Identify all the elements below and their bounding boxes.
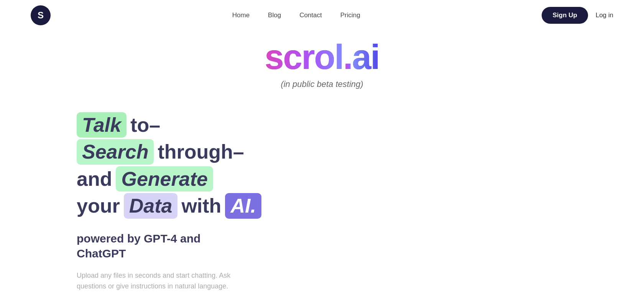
headline-line4-middle: with [181,194,221,218]
highlight-generate: Generate [116,166,213,192]
headline-line4-prefix: your [77,194,120,218]
headline-line3-prefix: and [77,167,112,191]
brand-name-right: ai [352,38,380,76]
headline-line2-rest: through– [158,140,244,164]
nav-link-pricing[interactable]: Pricing [340,11,360,19]
highlight-ai: AI. [225,193,261,218]
highlight-data: Data [124,193,178,218]
brand-name-left: scrol [264,38,343,76]
signup-button[interactable]: Sign Up [542,7,588,24]
headline-line-1: Talk to– [77,112,644,138]
main-content: Talk to– Search through– and Generate yo… [0,112,644,292]
nav-link-home[interactable]: Home [232,11,250,19]
brand-title: scrol.ai [264,38,379,76]
nav-link-contact[interactable]: Contact [299,11,322,19]
brand-name-dot: . [343,38,352,76]
headline-line1-rest: to– [130,113,160,137]
description-text: Upload any files in seconds and start ch… [77,270,242,292]
nav-links: Home Blog Contact Pricing [232,11,360,19]
navbar: S Home Blog Contact Pricing Sign Up Log … [0,0,644,31]
headline-line-4: your Data with AI. [77,193,644,218]
hero-section: scrol.ai (in public beta testing) [0,38,644,89]
headline-line-3: and Generate [77,166,644,192]
highlight-talk: Talk [77,112,127,138]
subheadline: powered by GPT-4 and ChatGPT [77,231,644,261]
beta-label: (in public beta testing) [281,79,363,89]
nav-actions: Sign Up Log in [542,7,613,24]
highlight-search: Search [77,139,154,164]
nav-link-blog[interactable]: Blog [268,11,281,19]
brand-logo[interactable]: S [31,5,51,25]
login-button[interactable]: Log in [596,11,613,19]
headline-block: Talk to– Search through– and Generate yo… [77,112,644,219]
headline-line-2: Search through– [77,139,644,164]
